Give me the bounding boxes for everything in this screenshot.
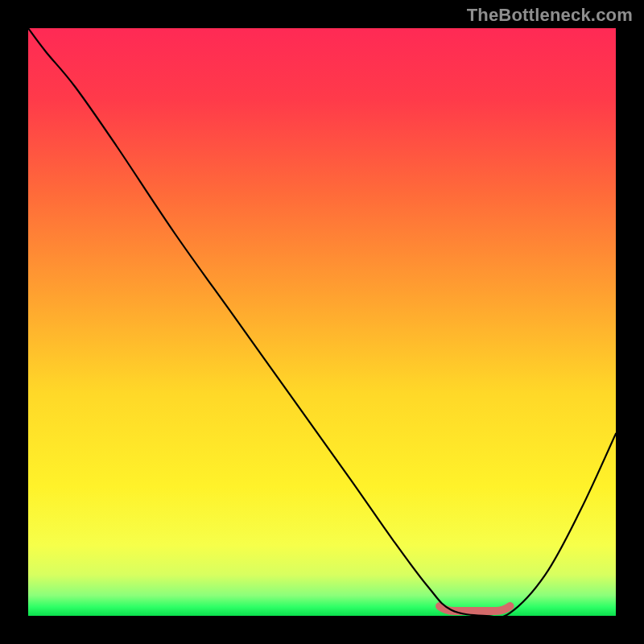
chart-svg xyxy=(28,28,616,616)
plot-area xyxy=(28,28,616,616)
chart-frame: TheBottleneck.com xyxy=(0,0,644,644)
gradient-background xyxy=(28,28,616,616)
watermark-text: TheBottleneck.com xyxy=(467,5,633,26)
